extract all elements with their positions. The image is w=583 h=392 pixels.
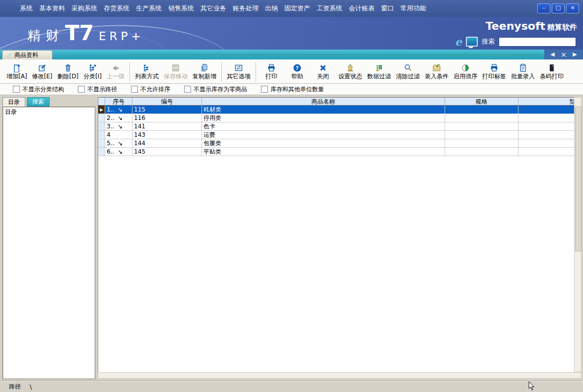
table-row[interactable]: 6..↘ 145 平贴类 bbox=[98, 148, 574, 156]
path-label: 路径 bbox=[9, 383, 21, 391]
checkbox-disallow-sorting: 不允许排序 bbox=[131, 85, 170, 94]
menu-item-cashier[interactable]: 出纳 bbox=[265, 4, 278, 13]
checkbox-hide-path: 不显示路径 bbox=[78, 85, 117, 94]
menu-item-other-business[interactable]: 其它业务 bbox=[200, 4, 226, 13]
help-button[interactable]: ? 帮助 bbox=[289, 61, 306, 83]
maximize-button[interactable]: □ bbox=[552, 3, 565, 13]
copy-new-icon bbox=[200, 63, 209, 72]
tab-goods-data[interactable]: 商品资料 bbox=[2, 50, 53, 60]
menu-item-system[interactable]: 系统 bbox=[20, 4, 33, 13]
brand-logo: Teenysoft精算软件 bbox=[486, 20, 577, 32]
header-name[interactable]: 商品名称 bbox=[202, 97, 445, 106]
other-options-icon bbox=[234, 63, 243, 72]
barcode-print-button[interactable]: 条码打印 bbox=[537, 61, 566, 83]
up-level-button[interactable]: 上一级 bbox=[104, 61, 127, 83]
table-row[interactable]: 5..↘ 144 包覆类 bbox=[98, 139, 574, 148]
menu-item-purchase[interactable]: 采购系统 bbox=[71, 4, 97, 13]
sidebar-tab-catalog[interactable]: 目录 bbox=[2, 97, 25, 107]
table-row[interactable]: 2..↘ 116 停用类 bbox=[98, 114, 574, 122]
document-tab-strip: 商品资料 ◀ × ▶ bbox=[0, 50, 583, 59]
clear-filter-icon bbox=[403, 63, 412, 72]
checkbox-icon[interactable] bbox=[13, 86, 20, 93]
add-button[interactable]: 增加[A] bbox=[4, 61, 30, 83]
tab-page-icon bbox=[6, 53, 12, 58]
tab-close-icon[interactable]: × bbox=[561, 50, 567, 59]
menu-item-common-functions[interactable]: 常用功能 bbox=[400, 4, 426, 13]
checkbox-icon[interactable] bbox=[184, 86, 191, 93]
data-filter-button[interactable]: 数据过滤 bbox=[365, 61, 393, 83]
product-name-cn: 精财 bbox=[27, 27, 64, 45]
close-button[interactable]: 关闭 bbox=[315, 61, 331, 83]
menu-item-inventory[interactable]: 存货系统 bbox=[104, 4, 130, 13]
tab-next-icon[interactable]: ▶ bbox=[573, 50, 577, 59]
checkbox-icon[interactable] bbox=[78, 86, 85, 93]
window-controls: – □ × bbox=[537, 3, 579, 13]
toolbar-separator bbox=[256, 62, 256, 82]
close-window-button[interactable]: × bbox=[566, 3, 579, 13]
list-mode-button[interactable]: 列表方式 bbox=[132, 61, 161, 83]
brand-name-cn: 精算软件 bbox=[547, 23, 577, 32]
checkbox-stock-other-units: 库存和其他单位数量 bbox=[261, 85, 324, 94]
menu-item-sales[interactable]: 销售系统 bbox=[168, 4, 194, 13]
barcode-print-icon bbox=[547, 63, 556, 72]
printer-icon bbox=[267, 63, 276, 72]
header-seq[interactable]: 序号 bbox=[105, 97, 132, 106]
table-row[interactable]: 4 143 运费 bbox=[98, 131, 574, 139]
menu-item-fixed-assets[interactable]: 固定资产 bbox=[284, 4, 310, 13]
sidebar: 目录 搜索 目录 bbox=[2, 97, 95, 379]
checkbox-hide-category-structure: 不显示分类结构 bbox=[13, 85, 64, 94]
table-row[interactable]: 3..↘ 141 色卡 bbox=[98, 122, 574, 131]
svg-text:?: ? bbox=[296, 65, 299, 71]
header-model[interactable]: 型号 bbox=[518, 97, 574, 106]
enable-sort-button[interactable]: 启用强序 bbox=[451, 61, 480, 83]
up-level-arrow-icon bbox=[111, 63, 120, 72]
scrollbar-thumb[interactable] bbox=[575, 107, 582, 251]
menu-item-window[interactable]: 窗口 bbox=[381, 4, 394, 13]
header-spec[interactable]: 规格 bbox=[445, 97, 518, 106]
internet-explorer-icon[interactable]: e bbox=[455, 37, 462, 47]
print-label-button[interactable]: 打印标签 bbox=[480, 61, 509, 83]
expand-arrow-icon: ↘ bbox=[118, 148, 123, 156]
menu-item-production[interactable]: 生产系统 bbox=[136, 4, 162, 13]
search-label: 搜索 bbox=[482, 37, 495, 46]
save-move-button[interactable]: 保存移动 bbox=[161, 61, 190, 83]
search-input[interactable] bbox=[499, 37, 576, 47]
goods-grid: 序号 编号 商品名称 规格 型号 ▶ 1..↘ 115 耗材类 2..↘ 116… bbox=[98, 97, 574, 372]
minimize-button[interactable]: – bbox=[537, 3, 550, 13]
vertical-scrollbar[interactable] bbox=[574, 97, 582, 372]
print-button[interactable]: 打印 bbox=[263, 61, 280, 83]
menu-item-payroll[interactable]: 工资系统 bbox=[317, 4, 342, 13]
status-lamp-icon bbox=[346, 63, 355, 72]
checkbox-icon[interactable] bbox=[131, 86, 138, 93]
sidebar-tab-search[interactable]: 搜索 bbox=[27, 97, 50, 107]
path-value: \ bbox=[30, 384, 32, 391]
edit-button[interactable]: 删除[D] 修改[E] bbox=[30, 61, 55, 83]
delete-button[interactable]: 删除[D] bbox=[55, 61, 81, 83]
menu-item-basic-data[interactable]: 基本资料 bbox=[39, 4, 65, 13]
load-condition-icon bbox=[432, 63, 441, 72]
checkbox-icon[interactable] bbox=[261, 86, 268, 93]
toolbar-separator bbox=[221, 62, 222, 82]
catalog-tree[interactable]: 目录 bbox=[2, 107, 95, 379]
other-options-button[interactable]: 其它选项 bbox=[224, 61, 253, 83]
category-button[interactable]: 分类[I] bbox=[81, 61, 104, 83]
menu-item-accounting[interactable]: 账务处理 bbox=[233, 4, 259, 13]
remote-desktop-icon[interactable] bbox=[466, 37, 478, 47]
trash-icon bbox=[64, 63, 72, 72]
status-bar: 路径 \ bbox=[0, 381, 583, 392]
copy-new-button[interactable]: 复制新增 bbox=[190, 61, 219, 83]
horizontal-scrollbar[interactable] bbox=[98, 372, 582, 379]
catalog-root-item[interactable]: 目录 bbox=[3, 107, 95, 117]
banner-search-row: e 搜索 bbox=[455, 37, 576, 47]
brand-name: Teenysoft bbox=[486, 20, 545, 32]
menu-item-account-reports[interactable]: 会计账表 bbox=[349, 4, 375, 13]
add-doc-icon bbox=[12, 63, 21, 72]
clear-filter-button[interactable]: 清除过滤 bbox=[393, 61, 422, 83]
checkbox-hide-zero-stock: 不显示库存为零商品 bbox=[184, 85, 247, 94]
set-status-button[interactable]: 设置状态 bbox=[336, 61, 365, 83]
batch-entry-button[interactable]: 批量录入 bbox=[509, 61, 537, 83]
tab-prev-icon[interactable]: ◀ bbox=[550, 50, 554, 59]
header-code[interactable]: 编号 bbox=[132, 97, 202, 106]
table-row[interactable]: ▶ 1..↘ 115 耗材类 bbox=[98, 106, 574, 114]
load-condition-button[interactable]: 装入条件 bbox=[422, 61, 451, 83]
